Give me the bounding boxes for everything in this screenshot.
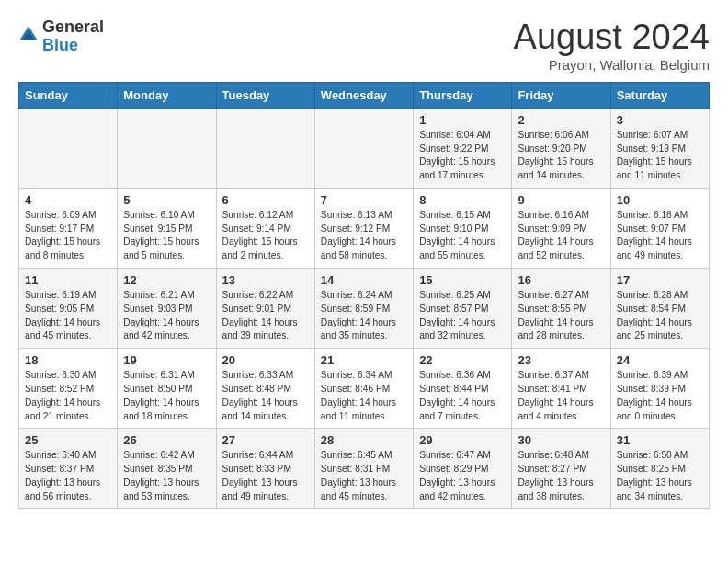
day-info: Sunrise: 6:10 AM Sunset: 9:15 PM Dayligh… — [123, 209, 210, 263]
day-info: Sunrise: 6:31 AM Sunset: 8:50 PM Dayligh… — [123, 369, 210, 423]
day-number: 26 — [123, 433, 210, 447]
calendar-cell: 25Sunrise: 6:40 AM Sunset: 8:37 PM Dayli… — [19, 429, 118, 509]
weekday-header-sunday: Sunday — [19, 82, 118, 108]
day-number: 24 — [617, 353, 703, 367]
weekday-header-row: SundayMondayTuesdayWednesdayThursdayFrid… — [19, 82, 710, 108]
calendar-cell: 30Sunrise: 6:48 AM Sunset: 8:27 PM Dayli… — [512, 429, 610, 509]
calendar-cell: 17Sunrise: 6:28 AM Sunset: 8:54 PM Dayli… — [610, 269, 709, 349]
day-number: 23 — [518, 353, 604, 367]
day-number: 30 — [518, 433, 604, 447]
calendar-cell: 29Sunrise: 6:47 AM Sunset: 8:29 PM Dayli… — [414, 429, 512, 509]
calendar-cell: 10Sunrise: 6:18 AM Sunset: 9:07 PM Dayli… — [610, 188, 709, 268]
logo-general: General — [42, 18, 104, 37]
calendar-cell: 27Sunrise: 6:44 AM Sunset: 8:33 PM Dayli… — [216, 429, 314, 509]
calendar-week-2: 4Sunrise: 6:09 AM Sunset: 9:17 PM Daylig… — [19, 188, 710, 268]
calendar-week-5: 25Sunrise: 6:40 AM Sunset: 8:37 PM Dayli… — [19, 429, 710, 509]
logo-icon — [18, 25, 39, 45]
title-section: August 2024 Prayon, Wallonia, Belgium — [514, 18, 710, 73]
calendar-cell: 26Sunrise: 6:42 AM Sunset: 8:35 PM Dayli… — [118, 429, 216, 509]
day-number: 31 — [617, 433, 703, 447]
day-info: Sunrise: 6:27 AM Sunset: 8:55 PM Dayligh… — [518, 289, 604, 343]
day-info: Sunrise: 6:40 AM Sunset: 8:37 PM Dayligh… — [25, 449, 111, 503]
weekday-header-friday: Friday — [512, 82, 610, 108]
day-info: Sunrise: 6:16 AM Sunset: 9:09 PM Dayligh… — [518, 209, 604, 263]
day-number: 12 — [123, 273, 210, 287]
calendar-cell: 1Sunrise: 6:04 AM Sunset: 9:22 PM Daylig… — [414, 108, 512, 188]
calendar-cell: 19Sunrise: 6:31 AM Sunset: 8:50 PM Dayli… — [118, 349, 216, 429]
calendar-cell — [118, 108, 216, 188]
day-info: Sunrise: 6:36 AM Sunset: 8:44 PM Dayligh… — [419, 369, 506, 423]
day-number: 7 — [321, 193, 407, 207]
day-info: Sunrise: 6:30 AM Sunset: 8:52 PM Dayligh… — [25, 369, 111, 423]
day-number: 3 — [617, 113, 703, 127]
day-info: Sunrise: 6:44 AM Sunset: 8:33 PM Dayligh… — [222, 449, 309, 503]
day-info: Sunrise: 6:19 AM Sunset: 9:05 PM Dayligh… — [25, 289, 111, 343]
day-info: Sunrise: 6:34 AM Sunset: 8:46 PM Dayligh… — [321, 369, 407, 423]
calendar-cell: 18Sunrise: 6:30 AM Sunset: 8:52 PM Dayli… — [19, 349, 118, 429]
day-info: Sunrise: 6:06 AM Sunset: 9:20 PM Dayligh… — [518, 129, 604, 183]
calendar-table: SundayMondayTuesdayWednesdayThursdayFrid… — [18, 82, 710, 510]
day-info: Sunrise: 6:25 AM Sunset: 8:57 PM Dayligh… — [419, 289, 506, 343]
calendar-cell: 11Sunrise: 6:19 AM Sunset: 9:05 PM Dayli… — [19, 269, 118, 349]
day-info: Sunrise: 6:50 AM Sunset: 8:25 PM Dayligh… — [617, 449, 703, 503]
page-header: General Blue August 2024 Prayon, Walloni… — [18, 18, 710, 73]
day-info: Sunrise: 6:12 AM Sunset: 9:14 PM Dayligh… — [222, 209, 309, 263]
calendar-cell: 15Sunrise: 6:25 AM Sunset: 8:57 PM Dayli… — [414, 269, 512, 349]
calendar-week-3: 11Sunrise: 6:19 AM Sunset: 9:05 PM Dayli… — [19, 269, 710, 349]
day-number: 10 — [617, 193, 703, 207]
day-info: Sunrise: 6:15 AM Sunset: 9:10 PM Dayligh… — [419, 209, 506, 263]
calendar-cell: 31Sunrise: 6:50 AM Sunset: 8:25 PM Dayli… — [610, 429, 709, 509]
day-number: 28 — [321, 433, 407, 447]
calendar-cell: 4Sunrise: 6:09 AM Sunset: 9:17 PM Daylig… — [19, 188, 118, 268]
day-info: Sunrise: 6:39 AM Sunset: 8:39 PM Dayligh… — [617, 369, 703, 423]
day-number: 14 — [321, 273, 407, 287]
day-info: Sunrise: 6:04 AM Sunset: 9:22 PM Dayligh… — [419, 129, 506, 183]
day-number: 22 — [419, 353, 506, 367]
day-info: Sunrise: 6:28 AM Sunset: 8:54 PM Dayligh… — [617, 289, 703, 343]
day-number: 27 — [222, 433, 309, 447]
day-info: Sunrise: 6:33 AM Sunset: 8:48 PM Dayligh… — [222, 369, 309, 423]
day-number: 6 — [222, 193, 309, 207]
calendar-cell: 20Sunrise: 6:33 AM Sunset: 8:48 PM Dayli… — [216, 349, 314, 429]
calendar-cell: 7Sunrise: 6:13 AM Sunset: 9:12 PM Daylig… — [314, 188, 413, 268]
day-number: 4 — [25, 193, 111, 207]
calendar-cell: 8Sunrise: 6:15 AM Sunset: 9:10 PM Daylig… — [414, 188, 512, 268]
day-info: Sunrise: 6:45 AM Sunset: 8:31 PM Dayligh… — [321, 449, 407, 503]
day-number: 18 — [25, 353, 111, 367]
weekday-header-tuesday: Tuesday — [216, 82, 314, 108]
day-number: 15 — [419, 273, 506, 287]
calendar-cell: 21Sunrise: 6:34 AM Sunset: 8:46 PM Dayli… — [314, 349, 413, 429]
calendar-cell — [314, 108, 413, 188]
day-number: 25 — [25, 433, 111, 447]
day-info: Sunrise: 6:47 AM Sunset: 8:29 PM Dayligh… — [419, 449, 506, 503]
day-number: 9 — [518, 193, 604, 207]
weekday-header-thursday: Thursday — [414, 82, 512, 108]
calendar-cell — [216, 108, 314, 188]
calendar-cell: 13Sunrise: 6:22 AM Sunset: 9:01 PM Dayli… — [216, 269, 314, 349]
day-info: Sunrise: 6:07 AM Sunset: 9:19 PM Dayligh… — [617, 129, 703, 183]
day-info: Sunrise: 6:13 AM Sunset: 9:12 PM Dayligh… — [321, 209, 407, 263]
calendar-cell: 6Sunrise: 6:12 AM Sunset: 9:14 PM Daylig… — [216, 188, 314, 268]
day-info: Sunrise: 6:09 AM Sunset: 9:17 PM Dayligh… — [25, 209, 111, 263]
day-info: Sunrise: 6:42 AM Sunset: 8:35 PM Dayligh… — [123, 449, 210, 503]
day-number: 21 — [321, 353, 407, 367]
day-info: Sunrise: 6:18 AM Sunset: 9:07 PM Dayligh… — [617, 209, 703, 263]
weekday-header-monday: Monday — [118, 82, 216, 108]
calendar-cell: 14Sunrise: 6:24 AM Sunset: 8:59 PM Dayli… — [314, 269, 413, 349]
calendar-cell: 2Sunrise: 6:06 AM Sunset: 9:20 PM Daylig… — [512, 108, 610, 188]
day-info: Sunrise: 6:22 AM Sunset: 9:01 PM Dayligh… — [222, 289, 309, 343]
weekday-header-saturday: Saturday — [610, 82, 709, 108]
day-number: 13 — [222, 273, 309, 287]
day-number: 19 — [123, 353, 210, 367]
calendar-cell — [19, 108, 118, 188]
day-info: Sunrise: 6:21 AM Sunset: 9:03 PM Dayligh… — [123, 289, 210, 343]
day-number: 20 — [222, 353, 309, 367]
calendar-cell: 24Sunrise: 6:39 AM Sunset: 8:39 PM Dayli… — [610, 349, 709, 429]
calendar-cell: 12Sunrise: 6:21 AM Sunset: 9:03 PM Dayli… — [118, 269, 216, 349]
day-number: 11 — [25, 273, 111, 287]
logo: General Blue — [18, 18, 104, 55]
calendar-week-4: 18Sunrise: 6:30 AM Sunset: 8:52 PM Dayli… — [19, 349, 710, 429]
day-number: 8 — [419, 193, 506, 207]
calendar-cell: 9Sunrise: 6:16 AM Sunset: 9:09 PM Daylig… — [512, 188, 610, 268]
location-subtitle: Prayon, Wallonia, Belgium — [514, 57, 710, 73]
